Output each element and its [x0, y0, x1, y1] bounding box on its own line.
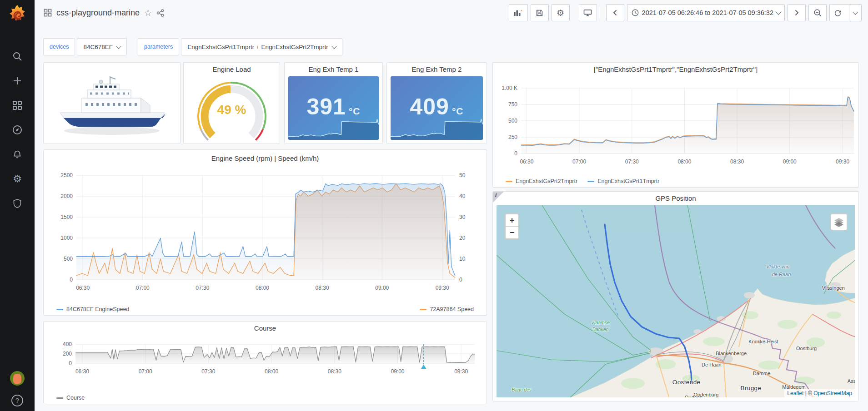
svg-text:07:30: 07:30	[196, 285, 209, 291]
help-icon[interactable]: ?	[11, 395, 23, 406]
map-place-label: Vlissingen	[822, 285, 845, 291]
time-back-button[interactable]	[606, 4, 624, 21]
parameters-select[interactable]: EngnExhstGsPrt1Tmprtr + EngnExhstGsPrt2T…	[181, 38, 342, 55]
time-forward-button[interactable]	[788, 4, 806, 21]
leaflet-link[interactable]: Leaflet	[787, 390, 803, 396]
ship-image-panel	[43, 62, 181, 144]
explore-compass-icon[interactable]	[12, 124, 23, 135]
course-chart[interactable]: 06:3007:0007:3008:0008:3009:0009:3040020…	[44, 335, 487, 383]
legend-item[interactable]: Course	[56, 395, 85, 401]
eng-exh-temp2-panel: Eng Exh Temp 2 409°C	[386, 62, 487, 144]
svg-text:1000: 1000	[60, 235, 73, 241]
legend-dash	[56, 309, 63, 310]
svg-text:08:00: 08:00	[677, 158, 691, 165]
server-admin-shield-icon[interactable]	[12, 198, 23, 209]
map-place-label: Banc des	[512, 387, 532, 392]
zoom-out-time-button[interactable]	[808, 4, 827, 21]
alerting-bell-icon[interactable]	[12, 149, 23, 160]
map-place-label: Asse	[848, 378, 855, 384]
map-place-label: Maldegem	[782, 384, 805, 390]
save-dashboard-button[interactable]	[531, 4, 549, 21]
dashboards-icon[interactable]	[12, 100, 23, 111]
device-select[interactable]: 84C678EF	[77, 38, 127, 55]
svg-text:07:00: 07:00	[572, 158, 586, 165]
add-panel-button[interactable]	[509, 4, 528, 21]
svg-text:08:30: 08:30	[730, 158, 744, 165]
engine-load-panel: Engine Load 49 %	[183, 62, 280, 144]
exhaust-temps-chart[interactable]: 06:3007:0007:3008:0008:3009:0009:301.00 …	[493, 76, 858, 170]
legend-dash	[587, 181, 594, 182]
legend-item[interactable]: 84C678EF EngineSpeed	[56, 306, 129, 312]
svg-text:09:30: 09:30	[454, 368, 468, 375]
svg-text:250: 250	[508, 134, 517, 140]
svg-text:07:30: 07:30	[625, 158, 639, 165]
dashboard-toolbar: ⚙ 2021-07-05 06:26:46 to 2021-07-05 09:3…	[509, 4, 862, 21]
chevron-down-icon	[116, 44, 121, 49]
parameters-label: parameters	[138, 38, 179, 55]
map-zoom-control: + −	[505, 213, 519, 239]
map-place-label: Knokke-Heist	[748, 339, 778, 344]
osm-link[interactable]: OpenStreetMap	[813, 390, 852, 396]
legend-item[interactable]: 72A97864 Speed	[420, 306, 474, 312]
refresh-button[interactable]	[829, 4, 862, 21]
panel-title[interactable]: ["EngnExhstGsPrt1Tmprtr","EngnExhstGsPrt…	[493, 63, 858, 75]
svg-text:10: 10	[459, 256, 466, 262]
panel-title[interactable]: Eng Exh Temp 1	[285, 63, 382, 75]
star-icon[interactable]: ☆	[144, 8, 152, 18]
svg-text:09:00: 09:00	[375, 285, 389, 291]
configuration-gear-icon[interactable]: ⚙	[12, 173, 23, 184]
svg-text:06:30: 06:30	[520, 158, 533, 165]
svg-text:09:30: 09:30	[836, 158, 849, 165]
panel-title[interactable]: Engine Speed (rpm) | Speed (km/h)	[44, 152, 487, 164]
avatar-figure	[13, 374, 21, 384]
tv-mode-button[interactable]	[579, 4, 597, 21]
svg-text:09:00: 09:00	[391, 368, 405, 375]
dashboard-grid-icon[interactable]	[44, 9, 52, 17]
svg-text:20: 20	[459, 235, 466, 241]
parameters-value: EngnExhstGsPrt1Tmprtr + EngnExhstGsPrt2T…	[187, 44, 328, 50]
ship-illustration	[44, 63, 180, 144]
exhaust-temps-chart-panel: ["EngnExhstGsPrt1Tmprtr","EngnExhstGsPrt…	[492, 62, 859, 188]
map-canvas	[497, 205, 855, 397]
legend-item[interactable]: EngnExhstGsPrt1Tmprtr	[587, 178, 659, 184]
map-place-label: De Haan	[702, 362, 721, 367]
gauge-value: 49 %	[184, 103, 280, 117]
panel-title[interactable]: Engine Load	[184, 63, 280, 75]
svg-text:09:30: 09:30	[436, 285, 449, 291]
panel-title[interactable]: GPS Position	[493, 192, 858, 204]
info-icon[interactable]: i	[495, 192, 497, 198]
svg-text:07:30: 07:30	[201, 368, 215, 375]
svg-text:30: 30	[459, 214, 466, 220]
map-place-label: Damme	[753, 371, 771, 376]
gps-position-panel: i GPS Position	[492, 191, 859, 401]
temp2-sparkline	[391, 116, 483, 140]
svg-text:08:00: 08:00	[256, 285, 269, 291]
panel-title[interactable]: Course	[44, 322, 487, 334]
create-plus-icon[interactable]	[12, 75, 23, 86]
map-place-label: Vlakte van	[766, 264, 789, 269]
map-zoom-in-button[interactable]: +	[506, 214, 518, 226]
svg-text:08:30: 08:30	[316, 285, 329, 291]
leaflet-map[interactable]: Vlakte vande RaanVlissingenKnokke-HeistO…	[497, 205, 855, 397]
map-attribution: Leaflet | © OpenStreetMap	[784, 389, 855, 397]
user-avatar[interactable]	[10, 371, 25, 386]
panel-title[interactable]: Eng Exh Temp 2	[387, 63, 487, 75]
svg-text:08:00: 08:00	[265, 368, 278, 375]
page-title[interactable]: css-playground-marine	[56, 8, 140, 18]
svg-text:07:00: 07:00	[136, 285, 150, 291]
map-place-label: Vlaamse	[591, 320, 610, 325]
search-icon[interactable]	[12, 51, 23, 62]
time-range-picker[interactable]: 2021-07-05 06:26:46 to 2021-07-05 09:36:…	[627, 4, 785, 21]
svg-text:07:00: 07:00	[139, 368, 152, 375]
map-zoom-out-button[interactable]: −	[506, 226, 518, 238]
grafana-logo-icon[interactable]	[6, 4, 28, 25]
refresh-icon[interactable]	[830, 5, 846, 21]
engine-speed-chart[interactable]: 06:3007:0007:3008:0008:3009:0009:3025002…	[44, 165, 487, 297]
dashboard-settings-button[interactable]: ⚙	[552, 4, 570, 21]
share-icon[interactable]	[156, 9, 164, 17]
temp1-sparkline	[288, 116, 379, 140]
map-layers-button[interactable]	[830, 213, 848, 231]
svg-text:08:30: 08:30	[328, 368, 341, 375]
refresh-interval-dropdown[interactable]	[849, 5, 861, 21]
legend-item[interactable]: EngnExhstGsPrt2Tmprtr	[506, 178, 577, 184]
